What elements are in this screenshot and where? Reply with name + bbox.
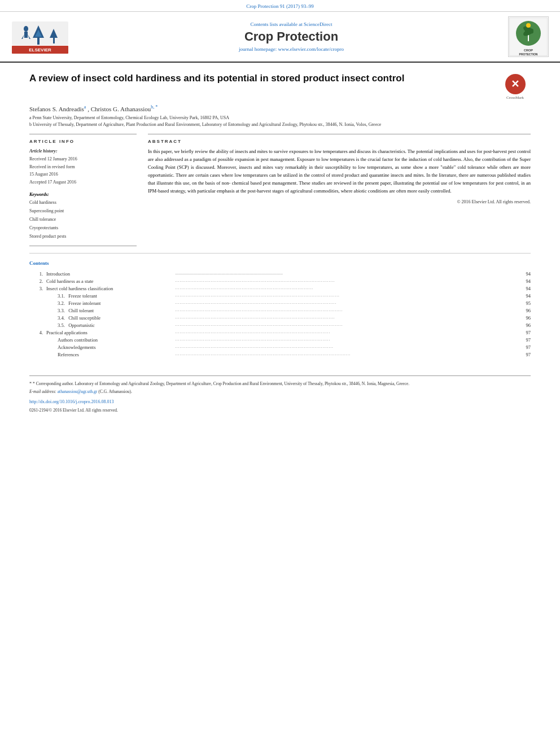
contents-dots-3-3: ........................................… — [175, 307, 514, 314]
contents-num-ack — [29, 344, 46, 351]
contents-page-ref: 97 — [514, 351, 531, 359]
doi-line[interactable]: http://dx.doi.org/10.1016/j.cropro.2016.… — [29, 399, 531, 406]
contents-page-3-3: 96 — [514, 307, 531, 314]
author-andreadis: Stefanos S. Andreadis — [29, 106, 84, 112]
affil-sup-a: a — [84, 104, 86, 110]
history-label: Article history: — [29, 147, 137, 155]
keywords-label: Keywords: — [29, 192, 137, 197]
contents-num-4: 4. — [29, 329, 46, 337]
journal-ref-bar: Crop Protection 91 (2017) 93–99 — [0, 0, 560, 12]
affil-sup-b: b, * — [151, 104, 158, 110]
article-history-block: Article history: Received 12 January 201… — [29, 147, 137, 186]
email-address[interactable]: athanassiou@agr.uth.gr — [58, 389, 98, 394]
contents-dots-1: ........................................… — [175, 270, 514, 278]
svg-text:PROTECTION: PROTECTION — [519, 53, 538, 56]
contents-title-practical: Practical applications — [46, 329, 175, 337]
affiliation-b: b University of Thessaly, Department of … — [29, 121, 531, 128]
journal-header-center: Contents lists available at ScienceDirec… — [82, 16, 500, 57]
contents-dots-ack: ........................................… — [175, 344, 514, 351]
contents-num-2: 2. — [29, 278, 46, 285]
article-title: A review of insect cold hardiness and it… — [29, 72, 494, 85]
contents-title-chill-tolerant: 3.3. Chill tolerant — [46, 307, 175, 314]
article-info-column: ARTICLE INFO Article history: Received 1… — [29, 134, 137, 246]
contents-page-4: 97 — [514, 329, 531, 337]
contents-title: Contents — [29, 260, 531, 266]
contents-row-authors: Authors contribution ...................… — [29, 337, 531, 344]
contents-row-opportunistic: 3.5. Opportunistic .....................… — [29, 322, 531, 329]
contents-row-references: References .............................… — [29, 351, 531, 359]
contents-table: 1. Introduction ........................… — [29, 270, 531, 359]
crossmark-area: ✕ CrossMark — [500, 72, 531, 100]
elsevier-logo-svg: ELSEVIER — [9, 19, 71, 55]
crop-logo-area: CROP PROTECTION — [506, 16, 551, 57]
contents-dots-3-2: ........................................… — [175, 300, 514, 307]
contents-row-chill-susceptible: 3.4. Chill susceptible .................… — [29, 314, 531, 322]
keyword-2: Supercooling point — [29, 207, 137, 215]
sciencedirect-link-text[interactable]: ScienceDirect — [304, 21, 332, 27]
contents-dots-authors: ........................................… — [175, 337, 514, 344]
accepted-date: Accepted 17 August 2016 — [29, 180, 76, 185]
contents-dots-3-5: ........................................… — [175, 322, 514, 329]
main-content: A review of insect cold hardiness and it… — [0, 63, 560, 425]
contents-num-3-4 — [29, 314, 46, 322]
contents-dots-3-4: ........................................… — [175, 314, 514, 322]
contents-title-cold-hardiness: Cold hardiness as a state — [46, 278, 175, 285]
contents-row-freeze-tolerant: 3.1. Freeze tolerant ...................… — [29, 292, 531, 300]
contents-page-1: 94 — [514, 270, 531, 278]
crossmark-icon: ✕ — [505, 74, 526, 94]
article-title-section: A review of insect cold hardiness and it… — [29, 72, 531, 100]
contents-title-references: References — [46, 351, 175, 359]
contents-title-opportunistic: 3.5. Opportunistic — [46, 322, 175, 329]
svg-rect-4 — [53, 38, 55, 43]
contents-title-freeze-tolerant: 3.1. Freeze tolerant — [46, 292, 175, 300]
email-label: E-mail address: — [29, 389, 56, 394]
contents-dots-3: ........................................… — [175, 285, 514, 292]
contents-dots-ref: ........................................… — [175, 351, 514, 359]
contents-num-3: 3. — [29, 285, 46, 292]
homepage-prefix: journal homepage: — [239, 46, 277, 52]
sciencedirect-line: Contents lists available at ScienceDirec… — [251, 21, 333, 27]
crossmark-label: CrossMark — [506, 95, 524, 100]
contents-title-classification: Insect cold hardiness classification — [46, 285, 175, 292]
contents-row-introduction: 1. Introduction ........................… — [29, 270, 531, 278]
contents-dots-3-1: ........................................… — [175, 292, 514, 300]
author-athanassiou: , Christos G. Athanassiou — [88, 106, 151, 112]
homepage-url[interactable]: www.elsevier.com/locate/cropro — [278, 46, 344, 52]
copyright-line: © 2016 Elsevier Ltd. All rights reserved… — [148, 199, 531, 204]
these-word: These — [299, 180, 310, 186]
keyword-4: Cryoprotectants — [29, 224, 137, 232]
contents-page-3-5: 96 — [514, 322, 531, 329]
revised-label: Received in revised form — [29, 164, 75, 169]
email-note: (C.G. Athanassiou). — [98, 389, 132, 394]
affiliation-a: a Penn State University, Department of E… — [29, 115, 531, 121]
svg-rect-1 — [37, 38, 40, 45]
authors-line: Stefanos S. Andreadisa , Christos G. Ath… — [29, 104, 531, 112]
contents-title-introduction: Introduction — [46, 270, 175, 278]
keywords-block: Keywords: Cold hardiness Supercooling po… — [29, 192, 137, 241]
contents-page-3-1: 94 — [514, 292, 531, 300]
contents-num-1: 1. — [29, 270, 46, 278]
crop-logo-svg: CROP PROTECTION — [509, 18, 548, 56]
contents-section: Contents 1. Introduction ...............… — [29, 260, 531, 359]
contents-page-ack: 97 — [514, 344, 531, 351]
article-info-label: ARTICLE INFO — [29, 139, 137, 144]
contents-title-chill-susceptible: 3.4. Chill susceptible — [46, 314, 175, 322]
footer-area: * * Corresponding author. Laboratory of … — [29, 375, 531, 414]
contents-row-freeze-intolerant: 3.2. Freeze intolerant .................… — [29, 300, 531, 307]
contents-row-practical: 4. Practical applications ..............… — [29, 329, 531, 337]
keywords-list: Cold hardiness Supercooling point Chill … — [29, 198, 137, 241]
issn-line: 0261-2194/© 2016 Elsevier Ltd. All right… — [29, 407, 531, 414]
contents-page-3-4: 96 — [514, 314, 531, 322]
contents-num-3-2 — [29, 300, 46, 307]
svg-text:ELSEVIER: ELSEVIER — [29, 47, 51, 53]
keyword-3: Chill tolerance — [29, 215, 137, 224]
revised-date: 15 August 2016 — [29, 172, 58, 177]
contents-num-3-3 — [29, 307, 46, 314]
page-wrapper: Crop Protection 91 (2017) 93–99 — [0, 0, 560, 747]
contents-page-3: 94 — [514, 285, 531, 292]
contents-dots-4: ........................................… — [175, 329, 514, 337]
contents-title-authors: Authors contribution — [46, 337, 175, 344]
abstract-label: ABSTRACT — [148, 139, 531, 144]
svg-point-17 — [526, 23, 531, 28]
contents-row-classification: 3. Insect cold hardiness classification … — [29, 285, 531, 292]
